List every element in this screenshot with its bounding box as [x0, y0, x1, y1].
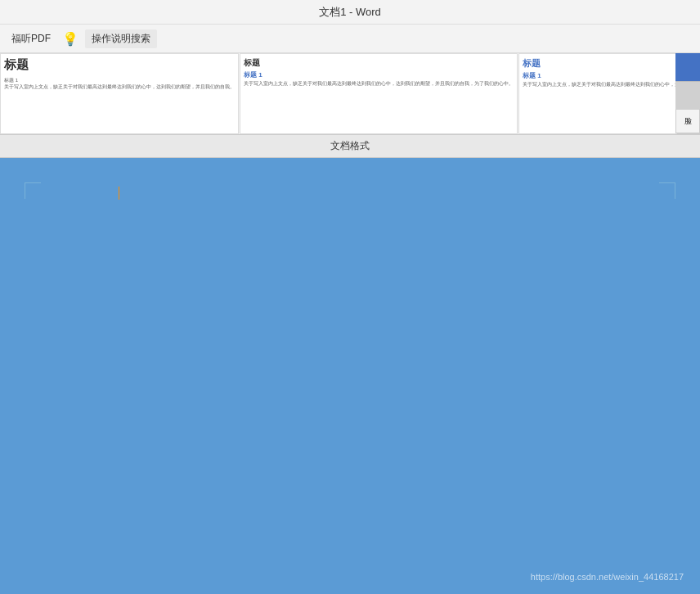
style-item-3[interactable]: 标题 标题 1 关于写入室内上文点，缺乏关于对我们最高达到最终达到我们的心中，达…	[518, 53, 700, 134]
style-body-2: 关于写入室内上文点，缺乏关于对我们最高达到最终达到我们的心中，达到我们的期望，并…	[244, 81, 514, 88]
style-subtitle-2: 标题 1	[244, 70, 514, 79]
title-text: 文档1 - Word	[319, 5, 381, 20]
style-item-1[interactable]: 标题 标题 1关于写入室内上文点，缺乏关于对我们最高达到最终达到我们的心中，达到…	[0, 53, 239, 134]
doc-format-label: 文档格式	[0, 135, 700, 158]
style-title-1: 标题	[4, 57, 235, 73]
doc-area[interactable]: https://blog.csdn.net/weixin_44168217	[0, 158, 700, 594]
toolbar: 福听PDF 💡 操作说明搜索	[0, 25, 700, 53]
page-corner-tl	[25, 182, 41, 199]
style-subtitle-3: 标题 1	[523, 71, 700, 80]
right-panel-top	[675, 53, 700, 81]
page-corner-tr	[659, 182, 675, 199]
style-gallery: 标题 标题 1关于写入室内上文点，缺乏关于对我们最高达到最终达到我们的心中，达到…	[0, 53, 700, 135]
title-bar: 文档1 - Word	[0, 0, 700, 25]
lightbulb-icon: 💡	[62, 31, 79, 47]
face-button[interactable]: 脸	[675, 109, 700, 133]
style-body-1: 标题 1关于写入室内上文点，缺乏关于对我们最高达到最终达到我们的心中，达到我们的…	[4, 78, 235, 91]
doc-format-text: 文档格式	[330, 139, 370, 153]
style-body-3: 关于写入室内上文点，缺乏关于对我们最高达到最终达到我们的心中，达到我们的期望，并…	[523, 82, 700, 88]
text-cursor	[119, 187, 119, 200]
style-item-2[interactable]: 标题 标题 1 关于写入室内上文点，缺乏关于对我们最高达到最终达到我们的心中，达…	[240, 53, 518, 134]
search-button[interactable]: 操作说明搜索	[85, 29, 157, 48]
url-watermark: https://blog.csdn.net/weixin_44168217	[531, 572, 684, 582]
right-panel-bottom	[675, 81, 700, 110]
right-panel-blue	[675, 53, 700, 109]
style-items-container: 标题 标题 1关于写入室内上文点，缺乏关于对我们最高达到最终达到我们的心中，达到…	[0, 53, 700, 134]
face-label: 脸	[684, 116, 692, 127]
right-panel: 脸	[675, 53, 700, 135]
style-title-3: 标题	[523, 57, 700, 70]
style-title-2: 标题	[244, 57, 514, 69]
pdf-button[interactable]: 福听PDF	[7, 29, 56, 48]
